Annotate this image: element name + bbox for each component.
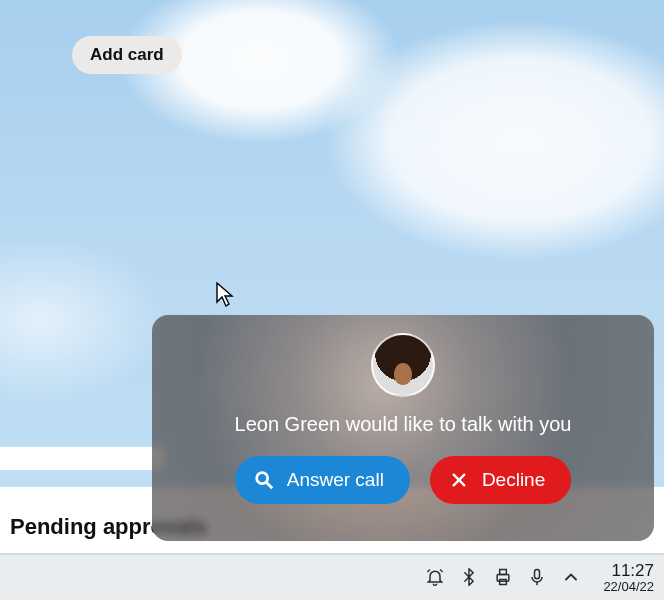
close-icon — [448, 469, 470, 491]
taskbar-clock[interactable]: 11:27 22/04/22 — [603, 562, 654, 593]
svg-rect-5 — [500, 570, 507, 575]
decline-call-label: Decline — [482, 469, 545, 491]
printer-icon[interactable] — [493, 567, 513, 587]
system-tray: 11:27 22/04/22 — [425, 562, 654, 593]
search-icon — [253, 469, 275, 491]
chevron-up-icon[interactable] — [561, 567, 581, 587]
microphone-icon[interactable] — [527, 567, 547, 587]
taskbar: 11:27 22/04/22 — [0, 554, 664, 600]
svg-point-0 — [256, 473, 267, 484]
svg-line-1 — [266, 483, 272, 489]
call-actions: Answer call Decline — [235, 456, 572, 504]
add-card-button[interactable]: Add card — [72, 36, 182, 74]
svg-rect-6 — [500, 580, 507, 585]
call-message: Leon Green would like to talk with you — [235, 413, 572, 436]
bluetooth-icon[interactable] — [459, 567, 479, 587]
incoming-call-toast: Leon Green would like to talk with you A… — [152, 315, 654, 541]
caller-avatar — [371, 333, 435, 397]
taskbar-date: 22/04/22 — [603, 580, 654, 594]
content-band — [0, 447, 164, 470]
taskbar-time: 11:27 — [611, 562, 654, 580]
decline-call-button[interactable]: Decline — [430, 456, 571, 504]
mouse-cursor — [216, 282, 236, 308]
svg-rect-7 — [535, 570, 540, 579]
notification-bell-icon[interactable] — [425, 567, 445, 587]
answer-call-label: Answer call — [287, 469, 384, 491]
answer-call-button[interactable]: Answer call — [235, 456, 410, 504]
